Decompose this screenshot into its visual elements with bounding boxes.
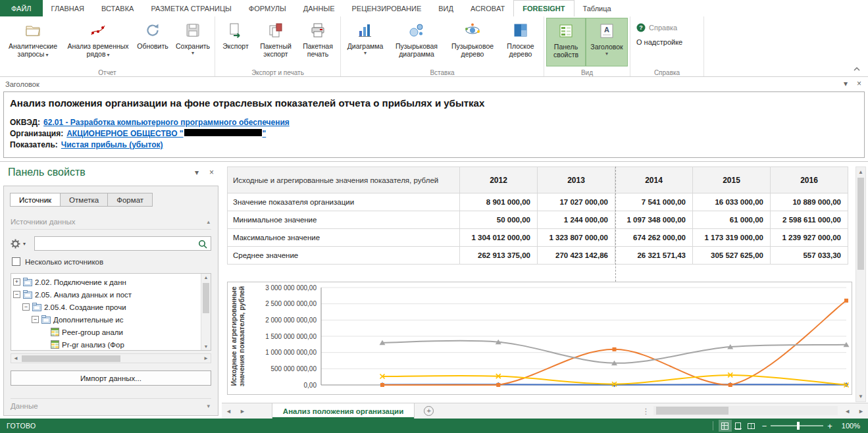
scrollbar-thumb[interactable] bbox=[22, 355, 120, 362]
analytic-queries-button[interactable]: Аналитические запросы▾ bbox=[2, 18, 64, 66]
table-cell-value: 7 541 000,00 bbox=[615, 193, 693, 211]
page-layout-view-icon[interactable] bbox=[732, 420, 745, 432]
collapse-icon[interactable]: − bbox=[13, 291, 20, 298]
ribbon-tab-5[interactable]: ДАННЫЕ bbox=[295, 0, 344, 16]
scroll-right-icon[interactable]: ► bbox=[203, 355, 209, 361]
bubble-tree-button[interactable]: Пузырьковое дерево bbox=[446, 18, 499, 66]
tree-item[interactable]: Pr-gr анализ (Фор bbox=[13, 338, 199, 349]
refresh-button[interactable]: Обновить bbox=[132, 18, 173, 66]
batch-export-icon bbox=[267, 20, 284, 40]
ribbon-tab-1[interactable]: ГЛАВНАЯ bbox=[43, 0, 93, 16]
zoom-level[interactable]: 100% bbox=[836, 422, 868, 430]
zoom-in-button[interactable]: + bbox=[823, 421, 836, 431]
properties-panel-toggle-button[interactable]: Панель свойств bbox=[546, 18, 586, 66]
batch-export-button[interactable]: Пакетный экспорт bbox=[254, 18, 297, 66]
table-year-header: 2015 bbox=[693, 167, 771, 193]
zoom-out-button[interactable]: − bbox=[758, 421, 771, 431]
collapse-icon[interactable]: − bbox=[32, 316, 39, 323]
table-cell-value: 1 304 012 000,00 bbox=[460, 229, 538, 247]
multi-source-checkbox[interactable] bbox=[12, 257, 20, 266]
scroll-up-icon[interactable]: ▲ bbox=[856, 169, 865, 175]
y-tick-label: 2 500 000 000,00 bbox=[265, 300, 317, 307]
close-icon[interactable]: × bbox=[209, 168, 214, 177]
ribbon-tab-10[interactable]: Таблица bbox=[574, 0, 620, 16]
zoom-slider-thumb[interactable] bbox=[797, 422, 800, 430]
metrics-table: Исходные и агрегированные значения показ… bbox=[227, 166, 848, 265]
line-chart[interactable]: 3 000 000 000,002 500 000 000,002 000 00… bbox=[227, 282, 852, 395]
export-button[interactable]: Экспорт bbox=[217, 18, 254, 66]
pane-collapse-icon[interactable]: ▾ bbox=[844, 79, 848, 88]
sheet-horizontal-scrollbar[interactable] bbox=[653, 406, 838, 415]
header-letter-icon: A bbox=[598, 21, 615, 41]
indicator-link[interactable]: Чистая прибыль (убыток) bbox=[61, 140, 163, 149]
ribbon-tab-6[interactable]: РЕЦЕНЗИРОВАНИЕ bbox=[343, 0, 430, 16]
ribbon-collapse-button[interactable] bbox=[854, 62, 860, 74]
chart-button[interactable]: Диаграмма ▾ bbox=[343, 18, 388, 66]
tree-item[interactable]: +2.02. Подключение к данн bbox=[13, 276, 199, 288]
import-data-button[interactable]: Импорт данных... bbox=[11, 370, 211, 386]
tree-vertical-scrollbar[interactable]: ▲ ▼ bbox=[201, 274, 211, 350]
save-button[interactable]: Сохранить ▾ bbox=[173, 18, 213, 66]
help-icon: ? bbox=[636, 23, 646, 32]
sheet-nav-right-icon[interactable]: ► bbox=[236, 403, 249, 419]
tree-item-label: Дополнительные ис bbox=[53, 316, 123, 324]
expand-icon[interactable]: + bbox=[13, 278, 20, 286]
scroll-left-icon[interactable]: ◄ bbox=[840, 403, 854, 419]
time-series-button[interactable]: Анализ временных рядов▾ bbox=[64, 18, 132, 66]
header-toggle-button[interactable]: A Заголовок ▾ bbox=[586, 18, 628, 66]
tree-item[interactable]: Peer-group анали bbox=[13, 326, 199, 338]
okved-label: ОКВЭД: bbox=[10, 118, 40, 127]
scrollbar-thumb[interactable] bbox=[857, 178, 864, 270]
settings-menu-button[interactable]: ▾ bbox=[11, 236, 30, 251]
close-icon[interactable]: × bbox=[857, 79, 861, 88]
normal-view-icon[interactable] bbox=[719, 420, 732, 432]
section-collapse-icon[interactable]: ▴ bbox=[207, 218, 210, 225]
tabbar-splitter-icon[interactable]: ⋮ bbox=[638, 403, 654, 419]
ribbon-tab-0[interactable]: ФАЙЛ bbox=[0, 0, 43, 16]
page-break-view-icon[interactable] bbox=[745, 420, 758, 432]
ribbon-tab-9[interactable]: FORESIGHT bbox=[513, 0, 574, 16]
tree-horizontal-scrollbar[interactable]: ◄ ► bbox=[11, 353, 211, 363]
organization-name: АКЦИОНЕРНОЕ ОБЩЕСТВО " bbox=[66, 129, 183, 138]
tab-format[interactable]: Формат bbox=[107, 193, 153, 207]
tree-item[interactable]: −2.05. Анализ данных и пост bbox=[13, 288, 199, 301]
scrollbar-thumb[interactable] bbox=[203, 283, 209, 313]
scroll-up-icon[interactable]: ▲ bbox=[201, 275, 211, 280]
sheet-nav-left-icon[interactable]: ◄ bbox=[222, 403, 236, 419]
ribbon-tab-2[interactable]: ВСТАВКА bbox=[93, 0, 142, 16]
scroll-down-icon[interactable]: ▼ bbox=[856, 394, 865, 399]
sheet-tab-active[interactable]: Анализ положения организации bbox=[272, 403, 415, 419]
table-row: Максимальное значение1 304 012 000,001 3… bbox=[228, 229, 848, 247]
new-sheet-button[interactable]: + bbox=[424, 406, 434, 416]
tab-source[interactable]: Источник bbox=[10, 193, 61, 207]
flat-tree-button[interactable]: Плоское дерево bbox=[499, 18, 542, 66]
about-button[interactable]: О надстройке bbox=[636, 38, 682, 46]
tree-item[interactable]: −Дополнительные ис bbox=[13, 313, 199, 326]
batch-print-button[interactable]: Пакетная печать bbox=[297, 18, 338, 66]
scroll-left-icon[interactable]: ◄ bbox=[13, 355, 18, 361]
ribbon-tab-8[interactable]: ACROBAT bbox=[462, 0, 513, 16]
tab-mark[interactable]: Отметка bbox=[60, 193, 108, 207]
tree-item[interactable]: −2.05.4. Создание прочи bbox=[13, 301, 199, 313]
section-collapse-icon[interactable]: ▾ bbox=[207, 403, 210, 409]
ribbon-tab-4[interactable]: ФОРМУЛЫ bbox=[240, 0, 295, 16]
table-year-header: 2012 bbox=[460, 167, 538, 193]
scrollbar-thumb[interactable] bbox=[656, 407, 728, 415]
chevron-down-icon: ▾ bbox=[605, 51, 608, 57]
ribbon-tab-3[interactable]: РАЗМЕТКА СТРАНИЦЫ bbox=[142, 0, 240, 16]
collapse-icon[interactable]: − bbox=[22, 303, 30, 311]
scroll-down-icon[interactable]: ▼ bbox=[201, 344, 211, 349]
help-button[interactable]: ? Справка bbox=[636, 23, 682, 32]
zoom-slider[interactable] bbox=[771, 425, 823, 426]
ribbon-tab-7[interactable]: ВИД bbox=[430, 0, 462, 16]
scroll-right-icon[interactable]: ► bbox=[854, 403, 868, 419]
panel-collapse-icon[interactable]: ▾ bbox=[195, 168, 199, 177]
okved-link[interactable]: 62.01 - Разработка компьютерного програм… bbox=[43, 118, 290, 127]
bubble-chart-button[interactable]: Пузырьковая диаграмма bbox=[388, 18, 446, 66]
multi-source-row: Несколько источников bbox=[12, 257, 103, 266]
organization-link[interactable]: АКЦИОНЕРНОЕ ОБЩЕСТВО "" bbox=[66, 129, 266, 138]
marker-square bbox=[844, 299, 848, 303]
search-input[interactable] bbox=[38, 238, 195, 249]
search-icon[interactable] bbox=[198, 240, 207, 249]
sheet-vertical-scrollbar[interactable]: ▲ ▼ bbox=[855, 166, 866, 402]
